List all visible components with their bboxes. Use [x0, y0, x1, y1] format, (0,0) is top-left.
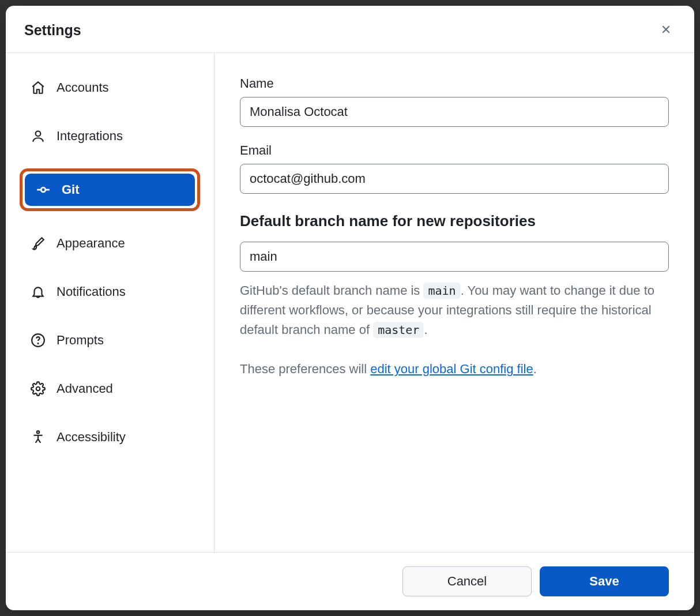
email-label: Email — [240, 143, 669, 158]
person-icon — [30, 128, 46, 144]
edit-git-config-link[interactable]: edit your global Git config file — [370, 362, 533, 376]
close-icon — [660, 23, 672, 37]
sidebar-item-label: Notifications — [57, 284, 126, 299]
paintbrush-icon — [30, 235, 46, 251]
svg-point-6 — [36, 387, 40, 391]
bell-icon — [30, 284, 46, 300]
default-branch-heading: Default branch name for new repositories — [240, 212, 669, 230]
svg-point-5 — [37, 343, 38, 344]
sidebar-item-label: Accessibility — [57, 430, 126, 445]
question-icon — [30, 332, 46, 348]
email-input[interactable] — [240, 164, 669, 194]
name-field-group: Name — [240, 76, 669, 127]
sidebar-item-appearance[interactable]: Appearance — [20, 227, 200, 260]
close-button[interactable] — [656, 20, 676, 41]
svg-point-0 — [36, 131, 41, 136]
modal-title: Settings — [24, 22, 81, 39]
sidebar-item-label: Prompts — [57, 333, 104, 348]
svg-point-1 — [41, 187, 46, 192]
sidebar-item-label: Appearance — [57, 236, 125, 251]
modal-footer: Cancel Save — [6, 552, 694, 610]
sidebar: Accounts Integrations Git — [6, 53, 214, 552]
code-master: master — [373, 322, 424, 338]
sidebar-item-advanced[interactable]: Advanced — [20, 373, 200, 405]
cancel-button[interactable]: Cancel — [402, 566, 532, 596]
sidebar-item-notifications[interactable]: Notifications — [20, 276, 200, 308]
content-pane: Name Email Default branch name for new r… — [214, 53, 694, 552]
config-note: These preferences will edit your global … — [240, 362, 669, 377]
modal-body: Accounts Integrations Git — [6, 53, 694, 552]
sidebar-item-prompts[interactable]: Prompts — [20, 324, 200, 356]
code-main: main — [423, 283, 460, 299]
accessibility-icon — [30, 429, 46, 445]
gear-icon — [30, 381, 46, 397]
sidebar-item-git[interactable]: Git — [20, 168, 200, 211]
branch-description: GitHub's default branch name is main. Yo… — [240, 281, 669, 340]
sidebar-item-label: Git — [62, 182, 80, 197]
sidebar-item-accounts[interactable]: Accounts — [20, 72, 200, 104]
modal-header: Settings — [6, 6, 694, 53]
name-label: Name — [240, 76, 669, 91]
settings-modal: Settings Accounts Integrations — [6, 6, 694, 610]
save-button[interactable]: Save — [540, 566, 669, 596]
sidebar-item-label: Advanced — [57, 381, 113, 396]
home-icon — [30, 80, 46, 96]
name-input[interactable] — [240, 97, 669, 127]
default-branch-input[interactable] — [240, 242, 669, 272]
git-commit-icon — [35, 182, 51, 198]
sidebar-item-label: Integrations — [57, 129, 123, 144]
svg-point-7 — [37, 431, 39, 433]
email-field-group: Email — [240, 143, 669, 194]
sidebar-item-accessibility[interactable]: Accessibility — [20, 421, 200, 453]
sidebar-item-integrations[interactable]: Integrations — [20, 120, 200, 152]
sidebar-item-label: Accounts — [57, 80, 109, 95]
